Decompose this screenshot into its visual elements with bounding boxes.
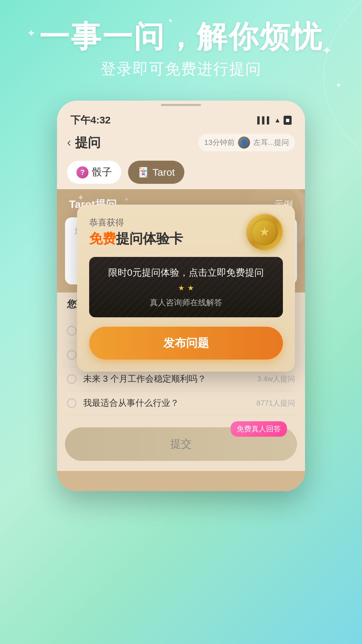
popup-card[interactable]: 恭喜获得 免费提问体验卡 ★ 限时0元提问体验，点击 bbox=[77, 205, 295, 372]
title-rest: 提问体验卡 bbox=[116, 231, 183, 246]
free-badge: 免费真人回答 bbox=[231, 421, 287, 437]
tab-bar: ? 骰子 🃏 Tarot bbox=[57, 157, 305, 189]
coin-star-icon: ★ bbox=[258, 224, 270, 239]
phone-frame: 下午4:32 ▌▌▌ ▲ ■ ‹ 提问 13分钟前 👤 左耳...提问 bbox=[57, 101, 305, 491]
nav-right: 13分钟前 👤 左耳...提问 bbox=[198, 134, 295, 151]
dice-icon: ? bbox=[76, 166, 88, 178]
back-button[interactable]: ‹ bbox=[67, 136, 71, 150]
dark-star-1: ★ bbox=[178, 284, 185, 292]
popup-coin: ★ bbox=[246, 213, 283, 250]
suggestion-radio-1 bbox=[67, 326, 76, 335]
status-bar: 下午4:32 ▌▌▌ ▲ ■ bbox=[57, 106, 305, 130]
hero-title: 一事一问，解你烦忧 bbox=[0, 20, 362, 53]
suggestion-item-4[interactable]: 我最适合从事什么行业？ 8771人提问 bbox=[67, 391, 295, 415]
dark-card: 限时0元提问体验，点击立即免费提问 ★ ★ 真人咨询师在线解答 bbox=[89, 257, 283, 317]
tab-dice-label: 骰子 bbox=[92, 165, 112, 179]
popup-text: 恭喜获得 免费提问体验卡 bbox=[89, 217, 239, 247]
dark-card-stars: ★ ★ bbox=[99, 284, 273, 292]
dark-card-sub-text: 真人咨询师在线解答 bbox=[99, 297, 273, 308]
signal-icon: ▌▌▌ bbox=[257, 116, 272, 124]
dark-card-main-text: 限时0元提问体验，点击立即免费提问 bbox=[99, 266, 273, 279]
popup-title: 免费提问体验卡 bbox=[89, 230, 239, 247]
hero-subtitle: 登录即可免费进行提问 bbox=[0, 59, 362, 79]
nav-left: ‹ 提问 bbox=[67, 134, 101, 151]
coin-outer: ★ bbox=[246, 213, 283, 250]
congratulations-text: 恭喜获得 bbox=[89, 217, 239, 228]
wifi-icon: ▲ bbox=[274, 116, 281, 124]
page-title: 提问 bbox=[75, 134, 101, 151]
tab-tarot-label: Tarot bbox=[153, 167, 175, 178]
status-icons: ▌▌▌ ▲ ■ bbox=[257, 116, 292, 125]
nav-bar: ‹ 提问 13分钟前 👤 左耳...提问 bbox=[57, 130, 305, 157]
suggestion-radio-2 bbox=[67, 350, 76, 360]
coin-inner: ★ bbox=[251, 218, 278, 245]
tarot-icon: 🃏 bbox=[137, 167, 149, 178]
tab-tarot[interactable]: 🃏 Tarot bbox=[128, 161, 184, 184]
suggestion-text-4: 我最适合从事什么行业？ bbox=[83, 397, 250, 409]
suggestion-count-4: 8771人提问 bbox=[256, 398, 295, 408]
tab-dice[interactable]: ? 骰子 bbox=[67, 161, 121, 184]
suggestion-count-3: 3.4w人提问 bbox=[257, 374, 295, 384]
hero-section: 一事一问，解你烦忧 登录即可免费进行提问 bbox=[0, 20, 362, 79]
submit-section: 免费真人回答 提交 bbox=[57, 421, 305, 471]
user-avatar: 👤 bbox=[238, 137, 250, 149]
free-highlight: 免费 bbox=[89, 231, 116, 246]
phone-mockup: 下午4:32 ▌▌▌ ▲ ■ ‹ 提问 13分钟前 👤 左耳...提问 bbox=[57, 101, 305, 491]
publish-label: 发布问题 bbox=[163, 336, 209, 349]
suggestion-text-3: 未来 3 个月工作会稳定顺利吗？ bbox=[83, 373, 251, 385]
publish-button[interactable]: 发布问题 bbox=[89, 327, 283, 360]
submit-button[interactable]: 免费真人回答 提交 bbox=[65, 427, 297, 461]
submit-label: 提交 bbox=[170, 438, 192, 450]
suggestion-radio-3 bbox=[67, 374, 76, 384]
battery-icon: ■ bbox=[284, 116, 292, 125]
popup-top: 恭喜获得 免费提问体验卡 ★ bbox=[89, 217, 283, 250]
suggestion-radio-4 bbox=[67, 398, 76, 408]
status-time: 下午4:32 bbox=[70, 113, 111, 127]
user-preview-text: 左耳...提问 bbox=[253, 138, 289, 148]
time-ago-label: 13分钟前 bbox=[204, 138, 234, 148]
dark-star-2: ★ bbox=[187, 284, 194, 292]
